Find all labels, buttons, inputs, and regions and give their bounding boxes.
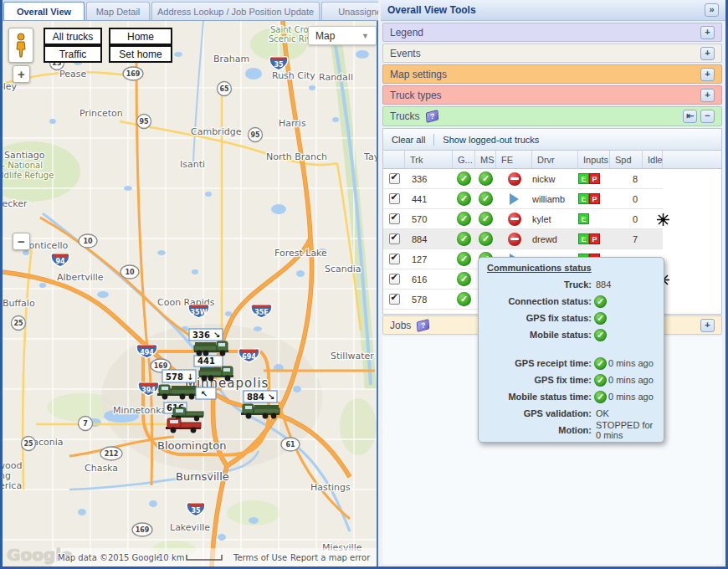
section-truck-types[interactable]: Truck types + <box>382 85 722 105</box>
state-route-shield: 25 <box>13 320 23 327</box>
column-drvr[interactable]: Drvr <box>532 151 578 168</box>
tooltip-gps-fix-time-value: 0 mins ago <box>607 375 654 385</box>
expand-jobs-button[interactable]: + <box>700 319 715 332</box>
truck-number: 570 <box>405 214 453 224</box>
map-city-label: Burnsville <box>176 470 229 483</box>
tooltip-gps-receipt-value: 0 mins ago <box>607 358 654 368</box>
zoom-in-button[interactable]: + <box>13 65 30 83</box>
help-book-icon[interactable] <box>417 319 429 332</box>
tooltip-motion-value: STOPPED for 0 mins <box>594 420 659 440</box>
truck-marker-label-570[interactable]: ↖ <box>196 387 216 399</box>
truck-marker-label-884[interactable]: 884↘ <box>244 391 277 402</box>
svg-text:578↓: 578↓ <box>166 372 193 382</box>
input-p-badge: P <box>589 233 600 244</box>
speed-value: 0 <box>610 214 643 224</box>
truck-row-884[interactable]: 884 drewd EP 7 <box>383 229 663 249</box>
tooltip-truck-value: 884 <box>594 279 611 290</box>
section-trucks-label: Trucks <box>390 110 420 122</box>
tooltip-mobile-time-label: Mobile status time: <box>484 392 594 402</box>
collapse-trucks-button[interactable]: − <box>700 110 715 123</box>
help-book-icon[interactable] <box>425 110 438 123</box>
truck-marker-label-441[interactable]: 441 <box>194 356 223 367</box>
column-fe[interactable]: FE <box>496 151 532 168</box>
zoom-out-button[interactable]: − <box>13 233 30 250</box>
truck-marker-label-578[interactable]: 578↓ <box>162 370 196 382</box>
truck-marker-label-336[interactable]: 336↘ <box>189 329 223 341</box>
all-trucks-button[interactable]: All trucks <box>44 28 102 45</box>
truck-row-441[interactable]: 441 williamb EP 0 <box>383 189 663 209</box>
tab-overall-view[interactable]: Overall View <box>3 2 85 21</box>
gps-ok-icon <box>457 192 471 206</box>
map-city-label: Albertville <box>57 272 104 283</box>
tooltip-connection-label: Connection status: <box>484 296 594 306</box>
column-inputs[interactable]: Inputs <box>578 151 610 168</box>
gps-ok-icon <box>457 172 471 186</box>
map-city-label: Hastings <box>310 482 351 493</box>
idle-star-icon <box>656 213 670 228</box>
map-canvas[interactable]: Saint Croix Scenic Riverway r- National … <box>3 21 377 566</box>
stop-sign-icon <box>508 213 521 226</box>
map-city-label: Santiago <box>4 150 45 161</box>
expand-truck-types-button[interactable]: + <box>700 89 715 102</box>
section-trucks[interactable]: Trucks ⇤ − <box>382 106 722 126</box>
speed-value: 7 <box>610 234 643 244</box>
column-gps[interactable]: G... <box>453 151 475 168</box>
trucks-table-header: Trk G... MS FE Drvr Inputs Spd Idle <box>383 151 721 169</box>
us-route-shield: 169 <box>154 362 168 370</box>
section-events[interactable]: Events + <box>382 44 722 63</box>
clear-all-button[interactable]: Clear all <box>383 135 433 145</box>
pin-trucks-button[interactable]: ⇤ <box>683 110 697 123</box>
traffic-button[interactable]: Traffic <box>44 45 102 63</box>
map-city-label: Randall <box>319 72 353 83</box>
mobile-ok-icon <box>479 212 493 226</box>
tooltip-title: Communications status <box>487 263 659 273</box>
interstate-shield: 494 <box>140 349 154 356</box>
map-city-label: Buffalo <box>3 298 35 309</box>
truck-checkbox[interactable] <box>389 294 400 305</box>
truck-row-570[interactable]: 570 kylet E 0 <box>383 209 663 229</box>
app-window: Overall View Map Detail Address Lookup /… <box>0 0 728 569</box>
map-type-selector[interactable]: Map ▼ <box>308 26 377 45</box>
terms-of-use-link[interactable]: Terms of Use <box>233 553 287 562</box>
truck-row-336[interactable]: 336 nickw EP 8 <box>383 169 663 189</box>
truck-number: 127 <box>405 254 453 264</box>
tab-map-detail[interactable]: Map Detail <box>86 2 150 21</box>
play-icon <box>510 193 519 205</box>
set-home-button[interactable]: Set home <box>109 45 172 63</box>
tab-address-lookup[interactable]: Address Lookup / Job Position Update <box>151 2 320 21</box>
column-idle[interactable]: Idle <box>643 151 663 168</box>
mobile-ok-icon <box>479 192 493 206</box>
truck-checkbox[interactable] <box>389 254 400 264</box>
tooltip-mobile-label: Mobile status: <box>484 330 594 340</box>
section-events-label: Events <box>390 48 421 59</box>
truck-checkbox[interactable] <box>389 173 400 184</box>
section-legend[interactable]: Legend + <box>382 23 722 42</box>
expand-map-settings-button[interactable]: + <box>700 68 715 81</box>
map-scale-label: 10 km <box>158 553 184 562</box>
collapse-panel-button[interactable]: » <box>705 3 719 17</box>
column-trk[interactable]: Trk <box>405 151 453 168</box>
column-ms[interactable]: MS <box>475 151 496 168</box>
expand-legend-button[interactable]: + <box>700 26 715 39</box>
report-map-error-link[interactable]: Report a map error <box>290 553 371 562</box>
map-city-label: erica <box>3 480 22 491</box>
truck-checkbox[interactable] <box>389 213 400 224</box>
show-logged-out-button[interactable]: Show logged-out trucks <box>434 135 547 145</box>
interstate-shield: 394 <box>141 387 156 394</box>
pegman-control[interactable] <box>8 28 33 63</box>
map-city-label: Minnetonka <box>113 405 167 416</box>
panel-title: Overall View Tools <box>387 4 476 16</box>
home-button[interactable]: Home <box>109 28 172 45</box>
truck-checkbox[interactable] <box>389 233 400 244</box>
column-spd[interactable]: Spd <box>610 151 643 168</box>
expand-events-button[interactable]: + <box>700 47 715 60</box>
map[interactable]: Saint Croix Scenic Riverway r- National … <box>3 21 378 566</box>
gps-ok-icon <box>457 232 471 246</box>
svg-text:336↘: 336↘ <box>192 331 220 340</box>
status-ok-icon <box>594 357 607 370</box>
input-e-badge: E <box>578 213 589 224</box>
truck-checkbox[interactable] <box>389 193 400 204</box>
truck-checkbox[interactable] <box>389 274 400 284</box>
section-map-settings[interactable]: Map settings + <box>382 64 722 84</box>
tab-unassigned-jobs[interactable]: Unassigned jo <box>321 2 378 21</box>
